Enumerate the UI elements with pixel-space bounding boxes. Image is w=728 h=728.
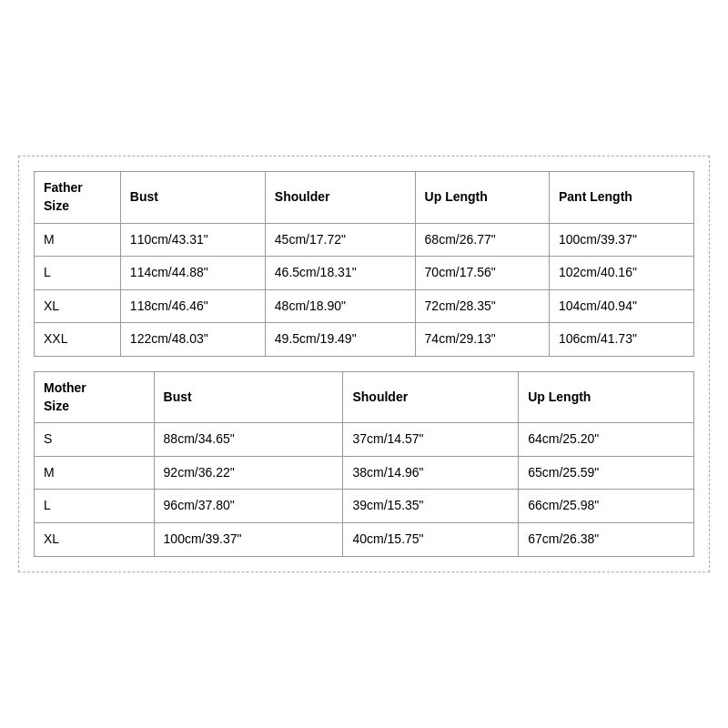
father-cell-0-0: M <box>35 223 121 257</box>
father-header-4: Pant Length <box>549 172 693 223</box>
father-cell-2-4: 104cm/40.94" <box>549 289 693 323</box>
father-cell-2-2: 48cm/18.90" <box>265 289 415 323</box>
father-cell-0-1: 110cm/43.31" <box>120 223 265 257</box>
father-cell-1-3: 70cm/17.56" <box>415 257 549 290</box>
mother-row-3: XL100cm/39.37"40cm/15.75"67cm/26.38" <box>35 522 694 556</box>
mother-cell-0-3: 64cm/25.20" <box>519 423 694 457</box>
father-cell-2-3: 72cm/28.35" <box>415 289 549 323</box>
mother-cell-3-2: 40cm/15.75" <box>343 522 519 556</box>
mother-row-0: S88cm/34.65"37cm/14.57"64cm/25.20" <box>35 423 694 457</box>
father-row-2: XL118cm/46.46"48cm/18.90"72cm/28.35"104c… <box>35 289 694 323</box>
mother-cell-2-1: 96cm/37.80" <box>154 490 343 523</box>
father-cell-1-4: 102cm/40.16" <box>549 257 693 290</box>
father-cell-1-0: L <box>35 257 121 290</box>
mother-header-2: Shoulder <box>343 372 519 423</box>
father-header-1: Bust <box>120 172 265 223</box>
mother-cell-2-3: 66cm/25.98" <box>519 490 694 523</box>
mother-header-3: Up Length <box>519 372 694 423</box>
father-cell-2-1: 118cm/46.46" <box>120 289 265 323</box>
father-cell-1-2: 46.5cm/18.31" <box>265 257 415 290</box>
father-table: Father SizeBustShoulderUp LengthPant Len… <box>34 171 694 357</box>
father-cell-3-0: XXL <box>35 323 121 357</box>
father-header-0: Father Size <box>35 172 121 223</box>
father-cell-3-1: 122cm/48.03" <box>120 323 265 357</box>
father-cell-3-3: 74cm/29.13" <box>415 323 549 357</box>
father-row-3: XXL122cm/48.03"49.5cm/19.49"74cm/29.13"1… <box>35 323 694 357</box>
mother-cell-2-2: 39cm/15.35" <box>343 490 519 523</box>
mother-table: Mother SizeBustShoulderUp Length S88cm/3… <box>34 371 694 557</box>
father-cell-0-3: 68cm/26.77" <box>415 223 549 257</box>
father-row-0: M110cm/43.31"45cm/17.72"68cm/26.77"100cm… <box>35 223 694 257</box>
father-cell-3-2: 49.5cm/19.49" <box>265 323 415 357</box>
father-cell-2-0: XL <box>35 289 121 323</box>
mother-row-1: M92cm/36.22"38cm/14.96"65cm/25.59" <box>35 456 694 490</box>
mother-cell-1-0: M <box>35 456 155 490</box>
mother-cell-0-2: 37cm/14.57" <box>343 423 519 457</box>
father-cell-1-1: 114cm/44.88" <box>120 257 265 290</box>
father-cell-0-4: 100cm/39.37" <box>549 223 693 257</box>
father-row-1: L114cm/44.88"46.5cm/18.31"70cm/17.56"102… <box>35 257 694 290</box>
mother-cell-3-1: 100cm/39.37" <box>154 522 343 556</box>
father-header-2: Shoulder <box>265 172 415 223</box>
page-wrapper: Father SizeBustShoulderUp LengthPant Len… <box>18 156 710 571</box>
mother-cell-0-1: 88cm/34.65" <box>154 423 343 457</box>
mother-cell-1-3: 65cm/25.59" <box>519 456 694 490</box>
mother-header-0: Mother Size <box>35 372 155 423</box>
father-header-3: Up Length <box>415 172 549 223</box>
mother-header-1: Bust <box>154 372 343 423</box>
mother-cell-0-0: S <box>35 423 155 457</box>
mother-cell-3-0: XL <box>35 522 155 556</box>
father-cell-3-4: 106cm/41.73" <box>549 323 693 357</box>
mother-cell-3-3: 67cm/26.38" <box>519 522 694 556</box>
father-cell-0-2: 45cm/17.72" <box>265 223 415 257</box>
mother-row-2: L96cm/37.80"39cm/15.35"66cm/25.98" <box>35 490 694 523</box>
mother-cell-1-2: 38cm/14.96" <box>343 456 519 490</box>
mother-cell-2-0: L <box>35 490 155 523</box>
mother-cell-1-1: 92cm/36.22" <box>154 456 343 490</box>
